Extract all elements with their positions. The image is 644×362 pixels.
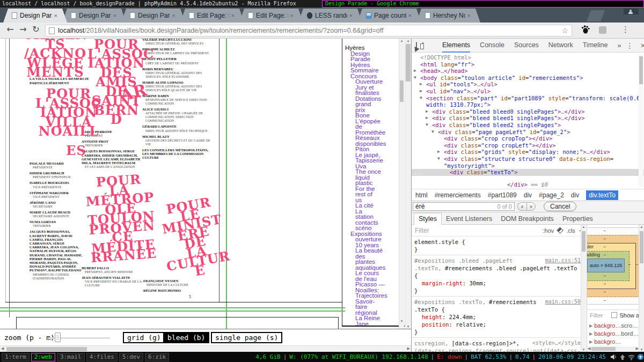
breadcrumb-item[interactable]: #page_2 (539, 191, 564, 199)
disclosure-triangle-icon[interactable]: ▶ (426, 115, 428, 122)
bleed-button[interactable]: bleed (b) (163, 332, 209, 343)
devtools-close-icon[interactable]: × (640, 41, 644, 49)
sidebar-tab-styles[interactable]: Styles (414, 213, 442, 225)
breadcrumb-item[interactable]: div (524, 191, 532, 199)
devtools-tab-console[interactable]: Console (480, 39, 504, 53)
styles-scrollbar[interactable]: ▲ ▼ (581, 225, 586, 352)
breadcrumb-selected[interactable]: div.textTo (586, 190, 618, 200)
devtools-menu-icon[interactable]: ⋮ (626, 41, 633, 50)
sidebar-horizontal-scrollbar[interactable]: ◀ ▶ (587, 346, 639, 351)
disclosure-triangle-icon[interactable]: ▶ (437, 149, 440, 156)
nav-link[interactable]: La beauté des plantes aquatiques (345, 248, 398, 270)
style-rule[interactable]: <style>…</style>cssregion, [data-css-reg… (412, 338, 587, 352)
stylesheet-link[interactable]: main.css:501 (545, 298, 584, 306)
style-rule[interactable]: main.css:501#expositions .textTo, #remer… (412, 297, 587, 338)
nav-link[interactable]: Savoir- faire régional (345, 299, 398, 316)
disclosure-triangle-icon[interactable]: ▶ (420, 88, 422, 95)
disclosure-triangle-icon[interactable]: ▼ (420, 95, 422, 102)
disclosure-triangle-icon[interactable]: ▶ (420, 81, 422, 88)
workspace-button[interactable]: 6:zik (145, 353, 169, 361)
workspace-button[interactable]: 2:web (31, 353, 55, 361)
nav-link[interactable]: Bone (345, 113, 398, 119)
devtools-more-tabs-icon[interactable]: » (617, 39, 621, 52)
window-scrollbar[interactable]: ▲ ▼ (405, 39, 411, 329)
nav-link[interactable]: La station contacts scéno (345, 209, 398, 231)
dom-tree-row[interactable]: ▼<div class="page pageLeft" id="page_2"> (412, 129, 644, 136)
stylesheet-link[interactable]: <style>…</style> (532, 339, 584, 347)
nav-link[interactable]: The once liquid plastic (345, 169, 398, 186)
inspect-element-icon[interactable] (416, 42, 417, 49)
dom-tree-row[interactable]: <html lang="fr"> (412, 61, 644, 68)
tab-close-icon[interactable]: × (290, 12, 294, 19)
horizontal-scrollbar[interactable]: ◀ ▶ (0, 345, 411, 352)
computed-filter-input[interactable]: Filter (590, 312, 603, 319)
app-indicator-icon[interactable] (637, 353, 644, 360)
nav-link[interactable]: Jury et finalistes (345, 85, 398, 96)
extension-icon[interactable] (599, 26, 606, 34)
search-next-button[interactable]: ∨ (526, 202, 536, 211)
nav-link[interactable]: Dotations grand prix (345, 96, 398, 113)
devtools-tab-network[interactable]: Network (548, 39, 573, 53)
nav-link[interactable]: Sommaire (345, 68, 398, 73)
nav-link[interactable]: Le cours de l'eau (345, 270, 398, 282)
nav-link[interactable]: Réseaux disponibles (345, 135, 398, 146)
disclosure-triangle-icon[interactable]: ▼ (414, 75, 416, 82)
dom-tree-row[interactable]: ▶<ul id="tools">…</ul> (412, 81, 644, 88)
browser-tab[interactable]: Edit Page: Rem× (239, 9, 303, 23)
bookmark-star-icon[interactable]: ☆ (561, 26, 568, 35)
dom-tree-row[interactable]: ▼<body class="toulon article" id="remerc… (412, 75, 644, 82)
nav-link[interactable]: Design Parade Hyères (345, 51, 398, 68)
devtools-tab-sources[interactable]: Sources (514, 39, 539, 53)
back-icon[interactable]: ← (4, 24, 16, 34)
style-rule[interactable]: element.style {} (412, 237, 587, 255)
nav-link[interactable]: La Reine Jane (345, 315, 398, 327)
workspace-button[interactable]: 5:dev (119, 353, 143, 361)
dom-tree-row[interactable]: ▼<div class="structure structure0" data-… (412, 156, 644, 162)
reload-icon[interactable]: ↻ (30, 24, 42, 34)
tab-close-icon[interactable]: × (113, 12, 116, 19)
dom-tree-row[interactable]: ...<div class="textTo"> (412, 169, 644, 176)
zoom-slider-handle[interactable] (55, 333, 61, 342)
nav-link[interactable]: For the rest of us (345, 186, 398, 203)
url-text[interactable]: localhost/2018/villaNoailles/book.design… (58, 27, 561, 34)
sidebar-tab-properties[interactable]: Properties (558, 213, 597, 224)
workspace-button[interactable]: 1:term (2, 353, 30, 361)
tab-close-icon[interactable]: × (231, 12, 235, 19)
styles-filter-input[interactable]: Filter (415, 227, 429, 234)
grid-button[interactable]: grid (g) (123, 332, 165, 343)
search-prev-button[interactable]: ∧ (517, 202, 526, 211)
show-all-checkbox[interactable] (611, 312, 617, 318)
upload-arrow-icon[interactable] (619, 354, 626, 360)
class-toggle[interactable]: .cls (566, 227, 575, 234)
dom-tree-row[interactable]: ▼<section class="part" id="part1089" sty… (412, 95, 644, 102)
dom-tree-row[interactable]: <!DOCTYPE html> (412, 54, 644, 61)
workspace-button[interactable]: 4:files (86, 353, 118, 361)
devtools-tab-timeline[interactable]: Timeline (583, 39, 608, 53)
stylesheet-link[interactable]: main.css:517 (545, 257, 584, 264)
browser-tab[interactable]: Hershey Noaill× (416, 9, 480, 23)
dom-tree-scrollbar[interactable] (639, 54, 643, 187)
browser-tab[interactable]: Design Parade× (3, 9, 67, 23)
nav-link[interactable]: Ouverture (345, 79, 398, 85)
browser-tab[interactable]: LESS random n× (298, 9, 362, 23)
dom-tree-row[interactable]: <div class="crop cropTop"></div> (412, 135, 644, 142)
address-bar[interactable]: localhost/2018/villaNoailles/book.design… (45, 25, 572, 36)
chrome-menu-icon[interactable]: ⋮ (621, 25, 630, 34)
disclosure-triangle-icon[interactable]: ▶ (414, 68, 416, 75)
color-format-icon[interactable] (557, 227, 564, 234)
search-input[interactable]: éré 0 of 0 (413, 202, 515, 211)
nav-link[interactable]: L'épopée de Prométhée (345, 119, 398, 136)
sidebar-scrollbar[interactable]: ▲ ▼ (639, 225, 644, 352)
dom-tree-row[interactable]: <div class="crop cropLeft"></div> (412, 142, 644, 149)
dom-tree-row[interactable]: ▶<div class="bleed bleed1 singlePages">…… (412, 115, 644, 122)
workspace-button[interactable]: 3:mail (57, 353, 85, 361)
dom-tree-row[interactable]: ▶<div class="bleed bleed0 singlePages">…… (412, 108, 644, 115)
forward-icon[interactable]: → (17, 24, 29, 34)
nav-link[interactable]: Le jaspé, Tapisserie (345, 152, 398, 164)
device-toolbar-icon[interactable] (422, 42, 423, 48)
dom-tree-row[interactable]: width: 1310.77px;"> (412, 101, 644, 108)
sidebar-tab-dom-breakpoints[interactable]: DOM Breakpoints (496, 213, 558, 224)
browser-tab[interactable]: Design Parade× (62, 9, 126, 23)
breadcrumb-item[interactable]: #remerciements (435, 191, 481, 199)
browser-tab[interactable]: Page count and× (357, 9, 421, 23)
